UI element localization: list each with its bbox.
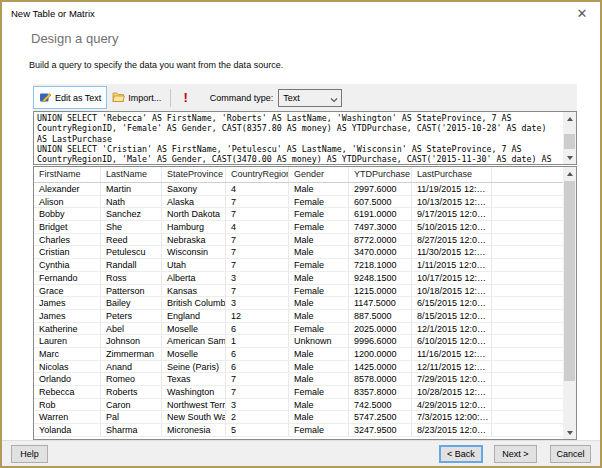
table-cell: Grace — [34, 285, 101, 297]
table-cell: Alaska — [162, 196, 226, 208]
table-row[interactable]: CynthiaRandallUtah7Female7218.10001/11/2… — [34, 259, 563, 272]
table-cell: Marc — [34, 348, 101, 360]
table-cell: 4/29/2015 12:0… — [412, 399, 492, 411]
help-button[interactable]: Help — [11, 445, 48, 463]
table-cell: 1215.0000 — [349, 285, 412, 297]
table-row[interactable]: OrlandoRomeoTexas7Male8578.00007/29/2015… — [34, 373, 563, 386]
table-cell: 7 — [226, 259, 289, 271]
table-cell-filler — [492, 183, 563, 195]
table-cell: Zimmerman — [101, 348, 162, 360]
column-header[interactable]: Gender — [289, 167, 349, 182]
table-cell: 3247.9500 — [349, 424, 412, 436]
table-row[interactable]: MarcZimmermanMoselle6Male1200.000011/16/… — [34, 348, 563, 361]
table-cell: 2997.6000 — [349, 183, 412, 195]
table-row[interactable]: JamesBaileyBritish Columbia3Male1147.500… — [34, 297, 563, 310]
table-cell: Moselle — [162, 348, 226, 360]
table-row[interactable]: RobCaronNorthwest Terri…3Male742.50004/2… — [34, 399, 563, 412]
table-row[interactable]: CristianPetulescuWisconsin7Male3470.0000… — [34, 246, 563, 259]
table-cell: Alison — [34, 196, 101, 208]
import-button[interactable]: Import... — [107, 86, 166, 109]
table-cell: Yolanda — [34, 424, 101, 436]
table-row[interactable]: KatherineAbelMoselle6Female2025.000012/1… — [34, 323, 563, 336]
table-cell-filler — [492, 361, 563, 373]
table-cell: Seine (Paris) — [162, 361, 226, 373]
table-row[interactable]: RebeccaRobertsWashington7Female8357.8000… — [34, 386, 563, 399]
table-cell-filler — [492, 196, 563, 208]
grid-scrollbar[interactable] — [563, 167, 576, 439]
table-cell: 7 — [226, 234, 289, 246]
folder-open-icon — [112, 91, 125, 105]
table-cell: North Dakota — [162, 208, 226, 220]
table-cell: Abel — [101, 323, 162, 335]
next-button[interactable]: Next > — [494, 445, 537, 463]
scroll-up-icon[interactable] — [563, 112, 576, 125]
table-cell: Saxony — [162, 183, 226, 195]
table-cell: Nicolas — [34, 361, 101, 373]
table-cell-filler — [492, 234, 563, 246]
table-row[interactable]: BridgetSheHamburg4Female7497.30005/10/20… — [34, 221, 563, 234]
table-cell: Moselle — [162, 323, 226, 335]
table-cell: Caron — [101, 399, 162, 411]
table-row[interactable]: AlexanderMartinSaxony4Male2997.600011/19… — [34, 183, 563, 196]
table-cell: Female — [289, 196, 349, 208]
scroll-up-icon[interactable] — [563, 167, 576, 180]
scroll-down-icon[interactable] — [563, 426, 576, 439]
table-cell: Male — [289, 399, 349, 411]
table-cell: 7/29/2015 12:0… — [412, 373, 492, 385]
run-query-icon[interactable]: ! — [177, 90, 193, 105]
table-cell: Bobby — [34, 208, 101, 220]
close-icon[interactable]: ✕ — [574, 6, 590, 22]
back-button[interactable]: < Back — [439, 445, 483, 463]
table-cell: Male — [289, 310, 349, 322]
table-cell: 7 — [226, 386, 289, 398]
column-header[interactable]: LastName — [101, 167, 162, 182]
table-cell: 1147.5000 — [349, 297, 412, 309]
table-cell: 8/23/2015 12:0… — [412, 424, 492, 436]
column-header[interactable]: FirstName — [34, 167, 101, 182]
column-header[interactable]: LastPurchase — [412, 167, 492, 182]
command-type-value: Text — [283, 93, 300, 103]
table-cell: 6 — [226, 323, 289, 335]
table-row[interactable]: WarrenPalNew South Wales2Male5747.25007/… — [34, 411, 563, 424]
table-cell: 11/30/2015 12:… — [412, 246, 492, 258]
cancel-button[interactable]: Cancel — [550, 445, 591, 463]
scroll-down-icon[interactable] — [563, 151, 576, 164]
footer-bar: Help < Back Next > Cancel — [2, 441, 600, 466]
table-cell: She — [101, 221, 162, 233]
table-cell-filler — [492, 310, 563, 322]
column-header[interactable]: StateProvince — [162, 167, 226, 182]
scrollbar-thumb[interactable] — [564, 181, 575, 381]
table-cell: Male — [289, 246, 349, 258]
table-row[interactable]: NicolasAnandSeine (Paris)6Male1425.00001… — [34, 361, 563, 374]
table-row[interactable]: BobbySanchezNorth Dakota7Female6191.0000… — [34, 208, 563, 221]
table-cell: 6/15/2015 12:0… — [412, 297, 492, 309]
query-text-editor[interactable]: UNION SELECT 'Rebecca' AS FirstName, 'Ro… — [33, 111, 577, 165]
table-row[interactable]: YolandaSharmaMicronesia5Female3247.95008… — [34, 424, 563, 437]
table-cell-filler — [492, 221, 563, 233]
new-table-or-matrix-dialog: New Table or Matrix ✕ Design a query Bui… — [0, 0, 602, 468]
table-row[interactable]: AlisonNathAlaska7Female607.500010/13/201… — [34, 196, 563, 209]
table-cell: Nebraska — [162, 234, 226, 246]
scrollbar-thumb[interactable] — [564, 134, 575, 149]
command-type-dropdown[interactable]: Text — [278, 89, 342, 107]
query-text[interactable]: UNION SELECT 'Rebecca' AS FirstName, 'Ro… — [34, 112, 563, 164]
table-cell: Pal — [101, 411, 162, 423]
table-row[interactable]: CharlesReedNebraska7Male8772.00008/27/20… — [34, 234, 563, 247]
table-cell: 5747.2500 — [349, 411, 412, 423]
column-header[interactable]: CountryRegionID — [226, 167, 289, 182]
query-scrollbar[interactable] — [563, 112, 576, 164]
table-cell: Female — [289, 208, 349, 220]
table-row[interactable]: FernandoRossAlberta3Male9248.150010/17/2… — [34, 272, 563, 285]
table-cell: Martin — [101, 183, 162, 195]
table-cell: 11/19/2015 12:… — [412, 183, 492, 195]
table-row[interactable]: GracePattersonKansas7Female1215.000010/1… — [34, 285, 563, 298]
table-row[interactable]: LaurenJohnsonAmerican Samoa1Unknown9996.… — [34, 335, 563, 348]
edit-as-text-button[interactable]: Edit as Text — [33, 86, 107, 109]
table-cell: Utah — [162, 259, 226, 271]
table-cell: Male — [289, 272, 349, 284]
table-cell: Reed — [101, 234, 162, 246]
column-header[interactable]: YTDPurchase — [349, 167, 412, 182]
title-bar[interactable]: New Table or Matrix ✕ — [2, 2, 600, 30]
table-row[interactable]: JamesPetersEngland12Male887.50008/15/201… — [34, 310, 563, 323]
table-cell: Female — [289, 424, 349, 436]
